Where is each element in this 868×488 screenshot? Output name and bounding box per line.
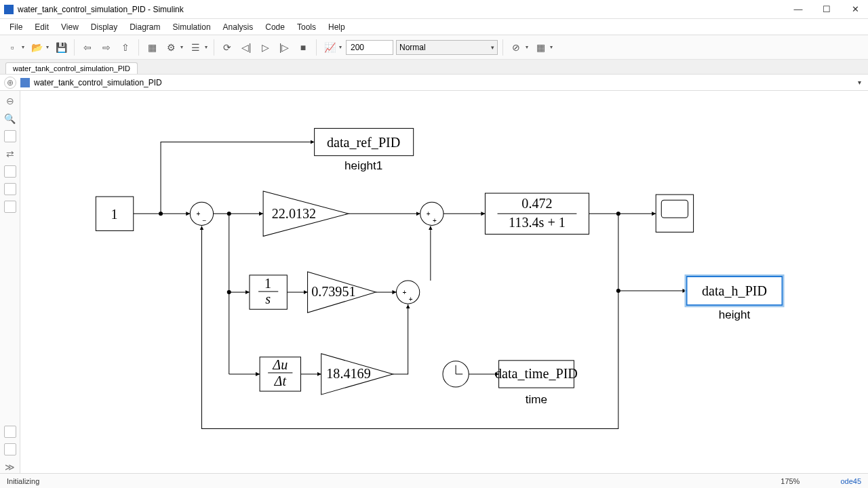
menu-file[interactable]: File xyxy=(4,21,28,33)
library-browser-button[interactable]: ▦ xyxy=(144,39,160,56)
to-workspace-ref-block[interactable]: data_ref_PID height1 xyxy=(315,128,414,171)
up-button[interactable]: ⇧ xyxy=(117,39,134,56)
sum3-block[interactable]: + + xyxy=(397,281,420,304)
image-icon[interactable] xyxy=(4,183,16,195)
menu-display[interactable]: Display xyxy=(85,21,123,33)
model-canvas[interactable]: 1 + − 22.0132 + + 1 xyxy=(20,91,868,473)
svg-point-22 xyxy=(190,202,213,225)
app-icon xyxy=(4,5,14,14)
svg-text:+: + xyxy=(403,289,407,296)
derivative-block[interactable]: Δu Δt xyxy=(260,357,300,391)
model-explorer-button[interactable]: ☰ xyxy=(187,39,203,56)
svg-text:time: time xyxy=(526,393,547,406)
screenshot-icon[interactable] xyxy=(4,426,16,438)
record-button[interactable]: 📈 xyxy=(321,39,338,56)
deploy-button[interactable]: ▦ xyxy=(532,39,549,56)
sum1-block[interactable]: + − xyxy=(190,202,213,225)
back-button[interactable]: ⇦ xyxy=(79,39,96,56)
step-forward-button[interactable]: |▷ xyxy=(276,39,292,56)
step-back-button[interactable]: ◁| xyxy=(238,39,254,56)
gain-i-block[interactable]: 0.73951 xyxy=(308,272,376,312)
path-nav-button[interactable]: ⊕ xyxy=(4,77,16,89)
tab-model-label: water_tank_control_simulation_PID xyxy=(13,64,130,73)
minimize-button[interactable]: — xyxy=(793,5,803,14)
svg-point-27 xyxy=(420,202,443,225)
svg-text:Δu: Δu xyxy=(272,357,288,372)
svg-text:+: + xyxy=(433,217,437,224)
menu-diagram[interactable]: Diagram xyxy=(124,21,165,33)
integrator-block[interactable]: 1 s xyxy=(250,275,287,309)
svg-text:s: s xyxy=(265,291,271,306)
scope-block[interactable] xyxy=(656,195,693,232)
chevron-down-icon: ▾ xyxy=(491,44,494,51)
status-bar: Initializing 175% ode45 xyxy=(0,473,868,488)
svg-text:data_h_PID: data_h_PID xyxy=(702,283,767,298)
svg-text:+: + xyxy=(427,210,431,218)
menu-simulation[interactable]: Simulation xyxy=(167,21,216,33)
zoom-icon[interactable]: 🔍 xyxy=(4,113,16,125)
build-button[interactable]: ⊘ xyxy=(508,39,524,56)
menu-view[interactable]: View xyxy=(56,21,84,33)
annotation-icon[interactable] xyxy=(4,165,16,178)
sample-time-icon[interactable]: ⇄ xyxy=(4,148,16,160)
svg-text:+: + xyxy=(409,296,413,303)
menu-edit[interactable]: Edit xyxy=(29,21,54,33)
svg-text:height: height xyxy=(719,308,751,321)
svg-text:data_time_PID: data_time_PID xyxy=(495,366,578,381)
path-current[interactable]: water_tank_control_simulation_PID xyxy=(34,78,162,87)
model-browser-icon[interactable] xyxy=(4,443,16,455)
window-title: water_tank_control_simulation_PID - Simu… xyxy=(18,5,793,14)
fit-to-view-icon[interactable] xyxy=(4,130,16,142)
menu-tools[interactable]: Tools xyxy=(292,21,321,33)
toolbar: ▫▾ 📂▾ 💾 ⇦ ⇨ ⇧ ▦ ⚙▾ ☰▾ ⟳ ◁| ▷ |▷ ■ 📈▾ Nor… xyxy=(0,35,868,60)
stop-time-input[interactable] xyxy=(346,40,393,55)
sum2-block[interactable]: + + xyxy=(420,202,443,225)
save-button[interactable]: 💾 xyxy=(53,39,69,56)
svg-text:height1: height1 xyxy=(344,159,382,172)
svg-text:1: 1 xyxy=(111,207,118,222)
forward-button[interactable]: ⇨ xyxy=(98,39,115,56)
path-bar: ⊕ water_tank_control_simulation_PID ▾ xyxy=(0,75,868,91)
gain-p-block[interactable]: 22.0132 xyxy=(263,191,349,236)
simulation-mode-select[interactable]: Normal ▾ xyxy=(396,40,498,55)
open-button[interactable]: 📂 xyxy=(28,39,45,56)
gain-d-block[interactable]: 18.4169 xyxy=(321,354,393,394)
canvas-side-toolbar: ⊖ 🔍 ⇄ ≫ xyxy=(0,91,20,473)
tab-strip: water_tank_control_simulation_PID xyxy=(0,60,868,75)
model-config-button[interactable]: ⚙ xyxy=(163,39,179,56)
to-workspace-time-block[interactable]: data_time_PID time xyxy=(495,361,578,406)
transfer-fn-block[interactable]: 0.472 113.4s + 1 xyxy=(485,193,589,234)
svg-text:data_ref_PID: data_ref_PID xyxy=(327,135,400,150)
menu-analysis[interactable]: Analysis xyxy=(218,21,259,33)
svg-text:113.4s + 1: 113.4s + 1 xyxy=(509,215,566,230)
status-left: Initializing xyxy=(7,477,39,485)
svg-point-36 xyxy=(397,281,420,304)
menu-bar: File Edit View Display Diagram Simulatio… xyxy=(0,19,868,35)
tab-model[interactable]: water_tank_control_simulation_PID xyxy=(5,62,138,74)
menu-help[interactable]: Help xyxy=(323,21,351,33)
svg-text:0.472: 0.472 xyxy=(521,196,552,211)
path-dropdown-icon[interactable]: ▾ xyxy=(858,79,861,86)
model-icon xyxy=(20,78,30,87)
clock-block[interactable] xyxy=(443,361,469,387)
constant-block[interactable]: 1 xyxy=(96,197,133,230)
to-workspace-h-block[interactable]: data_h_PID height xyxy=(686,275,784,321)
maximize-button[interactable]: ☐ xyxy=(822,5,831,14)
expand-icon[interactable]: ≫ xyxy=(4,461,16,473)
svg-text:22.0132: 22.0132 xyxy=(272,206,316,221)
run-button[interactable]: ▷ xyxy=(257,39,273,56)
svg-text:+: + xyxy=(196,210,200,218)
svg-text:0.73951: 0.73951 xyxy=(311,284,355,299)
fast-restart-button[interactable]: ⟳ xyxy=(219,39,235,56)
close-button[interactable]: ✕ xyxy=(850,5,860,14)
title-bar: water_tank_control_simulation_PID - Simu… xyxy=(0,0,868,19)
area-icon[interactable] xyxy=(4,201,16,213)
status-solver: ode45 xyxy=(840,477,861,485)
hide-browser-icon[interactable]: ⊖ xyxy=(4,95,16,107)
new-model-button[interactable]: ▫ xyxy=(4,39,20,56)
status-zoom: 175% xyxy=(781,477,800,485)
svg-text:Δt: Δt xyxy=(274,373,287,388)
svg-text:18.4169: 18.4169 xyxy=(326,366,370,381)
menu-code[interactable]: Code xyxy=(260,21,290,33)
stop-button[interactable]: ■ xyxy=(295,39,311,56)
